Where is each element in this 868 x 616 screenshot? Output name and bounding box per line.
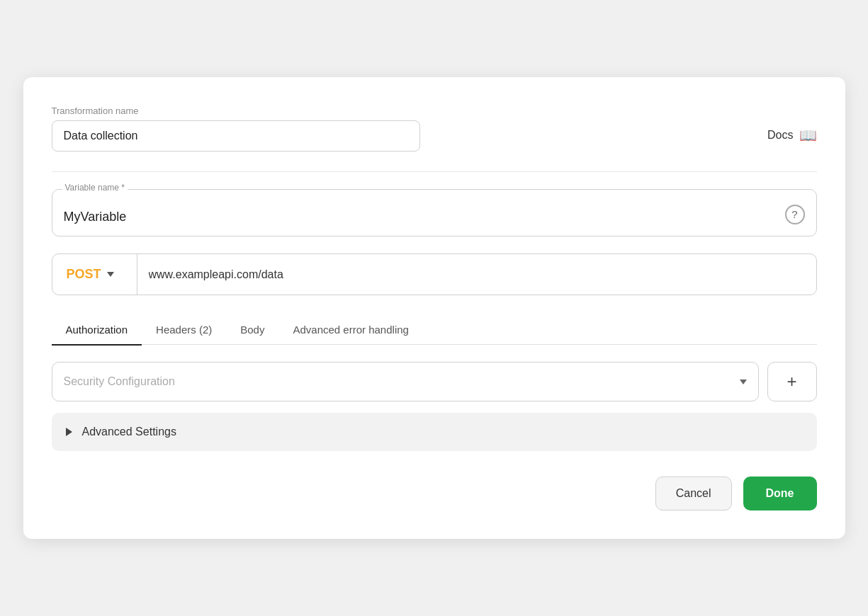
security-config-dropdown[interactable]: Security Configuration [52,362,759,401]
tab-headers[interactable]: Headers (2) [142,316,226,346]
variable-name-section: Variable name * MyVariable ? [52,189,817,236]
method-chevron-down-icon [107,272,114,277]
advanced-settings-chevron-right-icon [66,428,72,436]
variable-name-label: Variable name * [62,183,128,193]
tab-authorization[interactable]: Authorization [52,316,142,346]
advanced-settings-label: Advanced Settings [82,426,176,438]
cancel-button[interactable]: Cancel [655,477,732,511]
docs-button[interactable]: Docs 📖 [767,127,816,144]
docs-label: Docs [767,129,793,142]
security-config-row: Security Configuration + [52,362,817,401]
method-dropdown[interactable]: POST [52,254,137,295]
docs-icon: 📖 [799,127,817,144]
security-config-label: Security Configuration [64,375,175,388]
security-chevron-down-icon [740,380,747,384]
add-security-config-button[interactable]: + [767,362,817,401]
url-input[interactable] [137,254,816,295]
tab-body[interactable]: Body [226,316,278,346]
footer-buttons: Cancel Done [52,477,817,511]
transformation-name-left: Transformation name [52,105,420,152]
advanced-settings-row[interactable]: Advanced Settings [52,413,817,451]
transformation-name-label: Transformation name [52,105,420,116]
help-icon[interactable]: ? [785,205,805,224]
variable-name-value: MyVariable [64,204,127,224]
transformation-name-input[interactable] [52,120,420,152]
transformation-name-section: Transformation name Docs 📖 [52,105,817,152]
method-url-section: POST [52,253,817,295]
done-button[interactable]: Done [743,477,817,511]
modal-container: Transformation name Docs 📖 Variable name… [23,77,845,539]
divider-1 [52,171,817,172]
method-label: POST [67,267,101,282]
tab-advanced-error-handling[interactable]: Advanced error handling [278,316,422,346]
tabs-section: Authorization Headers (2) Body Advanced … [52,315,817,345]
